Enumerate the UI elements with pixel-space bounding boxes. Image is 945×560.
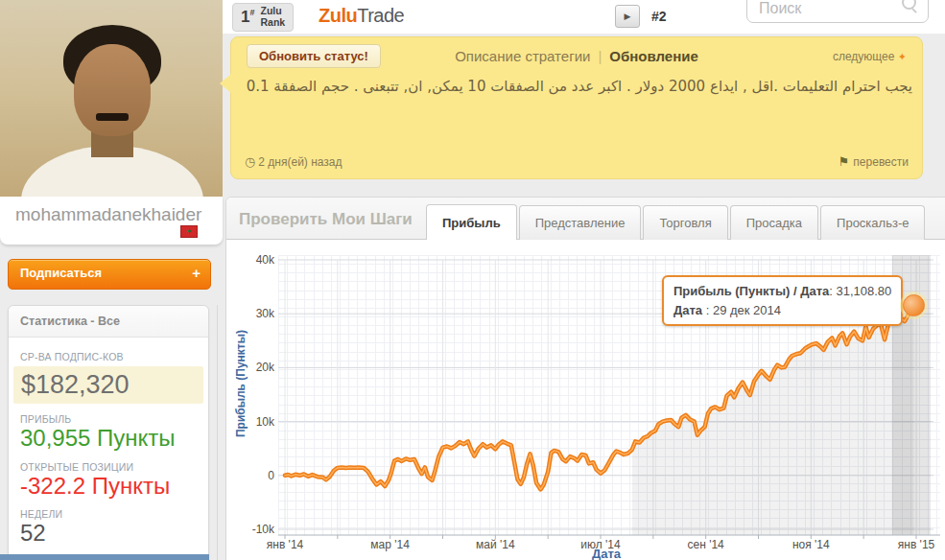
page: 1# ZuluRank ZuluTrade ▶ #2 mohammadanekh… [0,0,945,560]
stat-value: 30,955 Пункты [20,425,197,452]
tab-strategy-description[interactable]: Описание стратегии [455,48,590,64]
x-tick-label: сен '14 [675,538,737,551]
status-tabs: Описание стратегии|Обновление [231,48,922,64]
plus-icon: + [192,265,201,281]
status-bubble: Обновить статус! Описание стратегии|Обно… [230,36,923,179]
photo-face [74,44,151,136]
panel-title: Проверить Мои Шаги [239,210,413,229]
zulutrade-logo[interactable]: ZuluTrade [319,5,404,27]
rank-position: #2 [651,9,667,24]
y-tick-label: 10k [230,415,274,429]
next-status-link[interactable]: следующее ✦ [833,50,907,63]
chart-tabs: ПрибыльПредставлениеТорговляПросадкаПрос… [426,204,925,240]
x-tick-label: май '14 [464,538,526,551]
next-arrow-icon: ✦ [898,51,907,62]
profile-name-card: mohammadanekhaider ✶ [0,197,223,245]
stat-value: $182,320 [13,366,203,404]
tab-прибыль[interactable]: Прибыль [426,204,517,240]
x-tick-label: янв '14 [254,538,316,551]
status-timestamp: ◷2 дня(ей) назад [245,154,343,169]
next-trader-arrow-button[interactable]: ▶ [615,5,640,28]
tab-просадка[interactable]: Просадка [730,205,818,240]
search-icon[interactable] [902,0,916,10]
y-tick-label: -10k [230,523,274,536]
photo-mustache [96,113,129,121]
chart-marker-dot[interactable] [903,294,925,316]
status-message: يجب احترام التعليمات .اقل , ايداع 2000 د… [241,78,912,95]
search-input[interactable] [757,0,895,18]
x-tick-label: янв '15 [886,538,945,551]
rank-label: ZuluRank [260,6,285,28]
country-flag-morocco-icon: ✶ [180,225,198,238]
stat-label: ОТКРЫТЫЕ ПОЗИЦИИ [20,461,197,473]
sidebar-divider [217,305,218,560]
tab-update[interactable]: Обновление [609,48,697,64]
statistics-list: СР-ВА ПОДПИС-КОВ$182,320ПРИБЫЛЬ30,955 Пу… [9,338,208,560]
clock-icon: ◷ [245,154,255,169]
x-tick-label: ноя '14 [780,538,841,551]
stat-label: НЕДЕЛИ [20,508,197,520]
stat-label: ПРИБЫЛЬ [20,413,197,425]
y-tick-label: 40k [230,253,274,267]
search-box [746,0,929,23]
y-tick-label: 20k [230,361,274,374]
profile-photo [0,0,223,197]
rank-number: 1# [241,8,254,27]
bubble-notch [220,74,231,93]
stat-value: -322.2 Пункты [20,473,197,500]
statistics-header: Статистика - Все [9,306,208,338]
x-tick-label: июл '14 [570,538,631,551]
y-tick-label: 0 [230,469,274,482]
statistics-card: Статистика - Все СР-ВА ПОДПИС-КОВ$182,32… [8,305,209,560]
translate-flag-icon: ⚑ [839,154,850,169]
stat-value: 52 [20,520,197,547]
bottom-scroll-bar[interactable] [0,554,209,560]
tab-торговля[interactable]: Торговля [643,205,727,240]
panel-header: Проверить Мои Шаги ПрибыльПредставлениеТ… [226,198,945,240]
subscribe-button[interactable]: Подписаться + [8,259,211,290]
username: mohammadanekhaider [15,204,201,225]
x-tick-label: мар '14 [360,538,421,551]
y-tick-label: 30k [230,307,274,320]
zulu-rank-badge: 1# ZuluRank [232,3,294,32]
tab-представление[interactable]: Представление [519,205,642,240]
tab-проскальз-е[interactable]: Проскальз-е [820,205,925,240]
chart-tooltip: Прибыль (Пункты) / Дата: 31,108.80 Дата … [662,275,903,326]
translate-link[interactable]: ⚑перевести [839,154,909,169]
stat-label: СР-ВА ПОДПИС-КОВ [20,351,197,362]
